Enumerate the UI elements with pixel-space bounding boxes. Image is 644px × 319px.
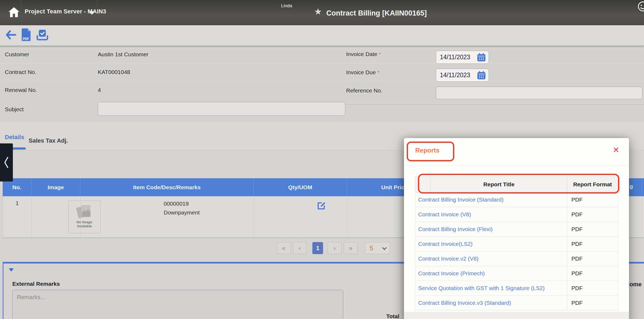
report-link[interactable]: Contract Billing Invoice (Flexi) <box>418 226 493 232</box>
col-header-qty: Qty/UOM <box>254 178 347 196</box>
favorite-star-icon[interactable]: ★ <box>314 7 322 16</box>
col-header-item: Item Code/Desc/Remarks <box>80 178 254 196</box>
form-row-divider <box>0 63 644 64</box>
report-link[interactable]: Contract Invoice (Primech) <box>418 270 485 276</box>
contract-billing-page: Project Team Server - MAIN3 Linda ★ Cont… <box>0 0 644 319</box>
submit-icon[interactable] <box>36 29 48 41</box>
contract-no-label: Contract No. <box>5 69 36 75</box>
pdf-export-icon[interactable]: PDF <box>21 28 32 42</box>
col-header-image: Image <box>31 178 80 196</box>
back-icon[interactable] <box>5 30 17 40</box>
report-link[interactable]: Contract Billing Invoice (Standard) <box>418 196 504 203</box>
renewal-no-value: 4 <box>98 87 101 93</box>
customer-label: Customer <box>5 51 29 58</box>
report-row: Contract Invoice.v2 (V8) PDF <box>415 251 618 266</box>
item-desc-cell: 00000019 Downpayment <box>81 196 254 238</box>
report-row: Service Quotation with GST with 1 Signat… <box>415 281 618 296</box>
reports-col-title[interactable]: Report Title <box>431 177 567 192</box>
report-format: PDF <box>567 251 618 266</box>
report-row: Contract Invoice (V8) PDF <box>415 207 618 222</box>
contract-no-value: KAT0001048 <box>98 69 130 75</box>
renewal-no-label: Renewal No. <box>5 87 37 93</box>
external-remarks-label: External Remarks <box>12 281 60 287</box>
pagination-first-button[interactable]: « <box>277 242 291 254</box>
page-size-value: 5 <box>370 244 373 252</box>
pagination-last-button[interactable]: » <box>344 242 358 254</box>
logged-in-user: Linda <box>271 3 303 9</box>
toolbar: PDF <box>0 25 644 46</box>
total-label: Total <box>386 313 399 319</box>
report-row: Contract Invoice (Primech) PDF <box>415 266 618 281</box>
invoice-form: Customer Austin 1st Customer Contract No… <box>0 47 644 123</box>
report-row: Contract Billing Invoice.v3 (Standard) P… <box>415 296 618 310</box>
reports-table: Report Title Report Format Contract Bill… <box>415 176 618 310</box>
modal-title: Reports <box>415 147 440 154</box>
required-marker: * <box>379 51 381 57</box>
item-image-cell: No ImageAvailable <box>32 196 81 238</box>
report-row: Contract Billing Invoice (Flexi) PDF <box>415 222 618 237</box>
form-row-divider <box>0 81 644 81</box>
sidebar-collapse-handle[interactable] <box>0 143 13 181</box>
report-link[interactable]: Contract Invoice (V8) <box>418 211 471 217</box>
reference-no-input[interactable] <box>436 87 642 99</box>
report-format: PDF <box>567 222 618 237</box>
close-icon[interactable]: ✕ <box>613 146 619 154</box>
report-format: PDF <box>567 207 618 222</box>
reports-modal: Reports ✕ Report Title Report Format Con… <box>404 138 629 319</box>
modal-footer <box>404 312 629 319</box>
pagination-current-page[interactable]: 1 <box>312 242 323 254</box>
report-link[interactable]: Contract Invoice(LS2) <box>418 241 473 247</box>
section-collapse-icon[interactable] <box>9 268 14 272</box>
column-divider <box>642 196 642 238</box>
report-link[interactable]: Service Quotation with GST with 1 Signat… <box>418 285 545 291</box>
item-row-no: 1 <box>3 196 32 238</box>
reports-col-blank <box>415 177 431 192</box>
topbar-divider <box>21 0 21 25</box>
tab-details[interactable]: Details <box>5 134 24 141</box>
item-qty-cell: BOX <box>254 196 347 238</box>
report-format: PDF <box>567 192 618 207</box>
subject-input[interactable] <box>98 102 345 116</box>
topbar-divider <box>97 0 97 25</box>
reference-no-label: Reference No. <box>346 87 382 94</box>
pagination-next-button[interactable]: › <box>328 242 342 254</box>
reports-col-format[interactable]: Report Format <box>567 177 618 192</box>
calendar-icon[interactable] <box>477 53 486 62</box>
home-icon[interactable] <box>8 6 20 19</box>
modal-divider <box>404 165 629 165</box>
item-desc: Downpayment <box>164 209 200 216</box>
pagination-prev-button[interactable]: ‹ <box>293 242 307 254</box>
report-link[interactable]: Contract Invoice.v2 (V8) <box>418 255 478 262</box>
invoice-due-field <box>436 69 489 82</box>
invoice-date-label: Invoice Date* <box>346 51 381 57</box>
chevron-down-icon[interactable] <box>89 11 95 15</box>
form-section-divider <box>343 105 644 105</box>
smiley-menu-icon[interactable] <box>637 1 644 12</box>
top-bar: Project Team Server - MAIN3 Linda ★ Cont… <box>0 0 644 25</box>
invoice-due-input[interactable] <box>440 69 475 81</box>
invoice-date-input[interactable] <box>440 51 475 64</box>
column-divider <box>642 178 642 196</box>
report-format: PDF <box>567 281 618 296</box>
report-row: Contract Invoice(LS2) PDF <box>415 237 618 251</box>
tab-sales-tax-adj[interactable]: Sales Tax Adj. <box>29 137 68 144</box>
required-marker: * <box>377 70 379 75</box>
page-size-select[interactable]: 5 <box>365 242 390 254</box>
report-format: PDF <box>567 296 618 310</box>
subject-label: Subject <box>5 106 24 113</box>
invoice-due-label: Invoice Due* <box>346 69 379 76</box>
svg-text:PDF: PDF <box>23 37 29 41</box>
external-remarks-textarea[interactable] <box>12 290 343 319</box>
invoice-date-field <box>436 51 489 64</box>
report-format: PDF <box>567 266 618 281</box>
item-code: 00000019 <box>164 201 189 207</box>
report-link[interactable]: Contract Billing Invoice.v3 (Standard) <box>418 300 511 306</box>
customer-value: Austin 1st Customer <box>98 51 148 58</box>
chevron-down-icon <box>382 246 387 250</box>
report-format: PDF <box>567 237 618 251</box>
report-row: Contract Billing Invoice (Standard) PDF <box>415 192 618 207</box>
clipped-header-text: g <box>630 183 633 190</box>
calendar-icon[interactable] <box>477 71 486 80</box>
page-title: Contract Billing [KAIIN00165] <box>326 9 427 17</box>
